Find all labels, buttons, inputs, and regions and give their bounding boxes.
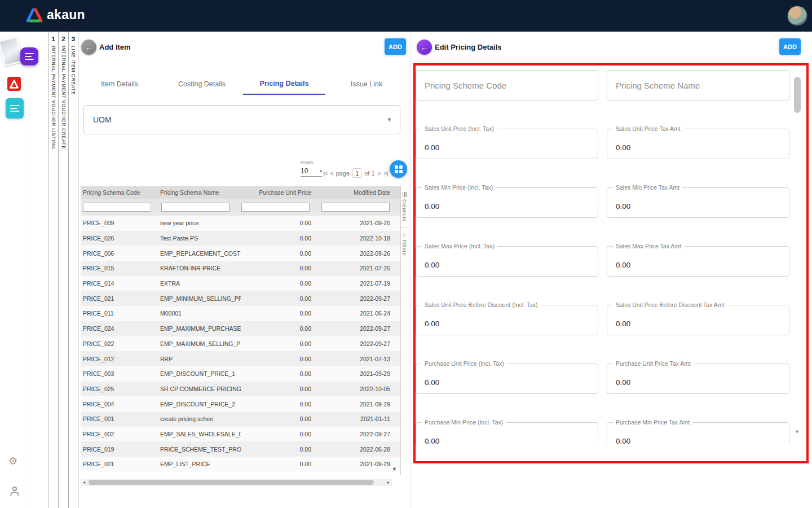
filter-input-modified-date[interactable] xyxy=(321,203,390,212)
tab-issue-link[interactable]: Issue Link xyxy=(325,73,408,95)
form-field[interactable]: Sales Unit Price (Incl. Tax)0.00 xyxy=(416,129,598,159)
form-field[interactable]: Purchase Min Price Tax Amt0.00 xyxy=(607,422,789,444)
form-field[interactable]: Pricing Scheme Code xyxy=(416,70,598,100)
filter-funnel-icon: ▽ xyxy=(403,233,406,238)
table-row[interactable]: PRICE_011M000010.002021-06-24 xyxy=(81,306,400,321)
filter-input-pricing-schema-code[interactable] xyxy=(83,203,151,212)
tab-costing-details[interactable]: Costing Details xyxy=(161,73,243,95)
tab-pricing-details[interactable]: Pricing Details xyxy=(243,73,325,95)
form-field[interactable]: Sales Max Price Tax Amt0.00 xyxy=(607,246,789,277)
table-row[interactable]: PRICE_015KRAFTON-INR-PRICE0.002021-07-20 xyxy=(81,261,400,276)
scroll-left-icon[interactable]: ◄ xyxy=(81,480,87,484)
filter-input-pricing-schema-name[interactable] xyxy=(161,203,230,212)
columns-control[interactable]: Columns xyxy=(401,186,407,221)
cell-modified-date: 2021-09-29 xyxy=(311,370,400,377)
table-row[interactable]: PRICE_006EMP_REPLACEMENT_COST0.002022-09… xyxy=(81,246,400,261)
workspace-tab-number: 3 xyxy=(72,36,75,42)
table-row[interactable]: PRICE_014EXTRA0.002021-07-19 xyxy=(81,276,400,291)
form-field[interactable]: Sales Unit Price Before Discount Tax Amt… xyxy=(607,305,789,335)
add-button[interactable]: ADD xyxy=(779,38,801,55)
scroll-right-icon[interactable]: ► xyxy=(385,480,392,484)
cell-modified-date: 2021-06-24 xyxy=(311,310,400,317)
form-field[interactable]: Sales Unit Price Tax Amt0.00 xyxy=(607,129,789,159)
table-row[interactable]: PRICE_003EMP_DISCOUNT_PRICE_10.002021-09… xyxy=(81,366,400,382)
form-field[interactable]: Sales Unit Price Before Discount (Incl. … xyxy=(416,305,598,335)
next-page-button[interactable]: > xyxy=(378,170,381,177)
header-modified-date[interactable]: Modified Date xyxy=(311,189,400,196)
avatar[interactable] xyxy=(787,6,807,26)
header-pricing-schema-code[interactable]: Pricing Schema Code xyxy=(81,189,160,196)
add-button[interactable]: ADD xyxy=(385,38,406,55)
first-page-button[interactable]: |< xyxy=(323,170,327,177)
cell-modified-date: 2021-07-13 xyxy=(311,356,400,362)
columns-icon xyxy=(403,192,407,197)
cell-pricing-schema-name: EXTRA xyxy=(160,280,241,287)
table-row[interactable]: PRICE_009new year price0.002021-09-20 xyxy=(81,216,400,231)
field-label: Purchase Unit Price Tax Amt xyxy=(613,360,694,367)
filter-input-purchase-unit-price[interactable] xyxy=(241,203,310,212)
workspace-tab-2[interactable]: 2 INTERNAL PAYMENT VOUCHER CREATE xyxy=(58,32,68,508)
prev-page-button[interactable]: < xyxy=(330,170,333,177)
last-page-button[interactable]: >| xyxy=(383,170,387,177)
pdf-icon[interactable] xyxy=(7,77,21,91)
back-arrow-icon: ← xyxy=(421,43,429,52)
scrollbar-thumb[interactable] xyxy=(794,77,801,113)
scroll-down-icon[interactable]: ▼ xyxy=(795,429,800,435)
form-field[interactable]: Pricing Scheme Name xyxy=(607,70,789,100)
field-value: 0.00 xyxy=(616,261,630,269)
table-row[interactable]: PRICE_026Test-Paste-PS0.002022-10-18 xyxy=(81,231,400,246)
back-button[interactable]: ← xyxy=(417,40,432,55)
field-label: Purchase Min Price (Incl. Tax) xyxy=(422,419,506,426)
table-scroll-down-icon[interactable]: ▼ xyxy=(392,466,397,472)
table-row[interactable]: PRICE_025SR CP COMMERCE PRICING SC...0.0… xyxy=(81,382,400,397)
table-row[interactable]: PRICE_019PRICE_SCHEME_TEST_PROCESS...0.0… xyxy=(81,441,400,457)
cell-pricing-schema-name: EMP_REPLACEMENT_COST xyxy=(160,250,241,257)
header-pricing-schema-name[interactable]: Pricing Schema Name xyxy=(160,189,241,196)
table-row[interactable]: PRICE_021EMP_MINIMUM_SELLING_PRICE0.0020… xyxy=(81,291,400,306)
table-row[interactable]: PRICE_022EMP_MAXIMUM_SELLING_PRICE0.0020… xyxy=(81,336,400,352)
field-value: 0.00 xyxy=(616,202,630,211)
cell-purchase-unit-price: 0.00 xyxy=(241,250,311,257)
form-field[interactable]: Purchase Unit Price Tax Amt0.00 xyxy=(607,364,789,394)
form-field[interactable]: Sales Min Price (Incl. Tax)0.00 xyxy=(416,187,598,218)
cell-purchase-unit-price: 0.00 xyxy=(241,325,311,332)
cell-purchase-unit-price: 0.00 xyxy=(241,220,311,226)
table-row[interactable]: PRICE_001create pricing schee0.002021-01… xyxy=(81,411,400,427)
form-field[interactable]: Sales Min Price Tax Amt0.00 xyxy=(607,187,789,218)
cell-modified-date: 2021-07-20 xyxy=(311,265,400,271)
workspace-tab-1[interactable]: 1 INTERNAL PAYMENT VOUCHER LISTING xyxy=(48,32,58,508)
back-button[interactable]: ← xyxy=(81,40,96,55)
cell-modified-date: 2021-01-11 xyxy=(311,415,400,422)
back-arrow-icon: ← xyxy=(85,43,93,52)
scrollbar-thumb[interactable] xyxy=(89,480,374,485)
workspace-tab-3[interactable]: 3 LINE ITEM CREATE xyxy=(68,32,78,508)
filters-control[interactable]: ▽ Filters xyxy=(401,227,407,256)
table-row[interactable]: PRICE_024EMP_MAXIMUM_PURCHASE_P...0.0020… xyxy=(81,321,400,336)
form-field[interactable]: Sales Max Price (Incl. Tax)0.00 xyxy=(416,246,598,277)
list-button[interactable] xyxy=(6,98,24,119)
rows-per-page-select[interactable]: 10 ▾ xyxy=(301,167,322,177)
cell-pricing-schema-name: EMP_MAXIMUM_SELLING_PRICE xyxy=(160,340,241,347)
form-field[interactable]: Purchase Unit Price (Incl. Tax)0.00 xyxy=(416,364,598,394)
settings-gear-icon[interactable]: ⚙ xyxy=(8,456,17,466)
uom-select[interactable]: UOM ▼ xyxy=(83,105,400,134)
form-field[interactable]: Purchase Min Price (Incl. Tax)0.00 xyxy=(416,422,598,444)
table-row[interactable]: PRICE_001EMP_LIST_PRICE0.002021-09-29 xyxy=(81,457,400,472)
acrobat-glyph xyxy=(8,78,20,90)
table-row[interactable]: PRICE_012RRP0.002021-07-13 xyxy=(81,351,400,366)
header-purchase-unit-price[interactable]: Purchase Unit Price xyxy=(241,189,311,196)
rows-per-page-value: 10 xyxy=(301,167,308,175)
sticker-image xyxy=(0,37,23,67)
table-row[interactable]: PRICE_002EMP_SALES_WHOLESALE_DEAL...0.00… xyxy=(81,427,400,442)
tab-item-details[interactable]: Item Details xyxy=(78,73,161,95)
field-label: Sales Unit Price (Incl. Tax) xyxy=(422,125,497,132)
table-row[interactable]: PRICE_004EMP_DISCOUNT_PRICE_20.002021-09… xyxy=(81,396,400,411)
page-number-input[interactable] xyxy=(352,168,361,178)
grid-view-button[interactable] xyxy=(390,160,407,178)
pricing-form: Pricing Scheme CodePricing Scheme NameSa… xyxy=(416,70,790,444)
field-value: 0.00 xyxy=(425,378,439,387)
profile-person-icon[interactable] xyxy=(9,487,20,498)
cell-purchase-unit-price: 0.00 xyxy=(241,310,311,317)
menu-button[interactable] xyxy=(20,47,38,65)
field-label: Purchase Unit Price (Incl. Tax) xyxy=(422,360,507,367)
